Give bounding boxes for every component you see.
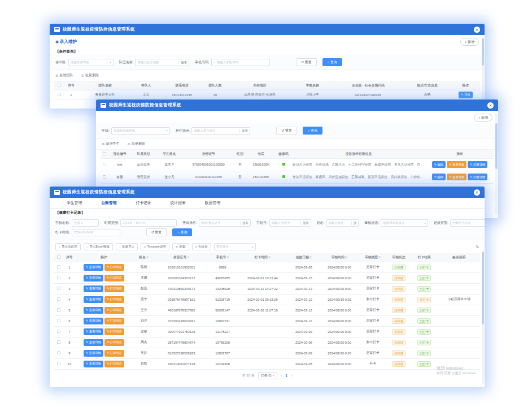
row-action-查看详情[interactable]: ✎ 查看详情 <box>84 318 103 324</box>
row-action-编辑[interactable]: ✎ 编辑 <box>432 174 446 180</box>
row-action-打印凭证[interactable]: ✎ 打印凭证 <box>104 264 124 271</box>
scrollbar-thumb[interactable] <box>482 252 484 324</box>
tab-数据管理[interactable]: 数据管理 <box>205 200 220 206</box>
checkbox[interactable] <box>103 152 106 155</box>
window2-titlebar[interactable]: 校园师生返校疫情防控信息管理系统 ✕ <box>96 99 498 111</box>
row-action-打印凭证[interactable]: ✎ 打印凭证 <box>104 318 124 324</box>
scrollbar-thumb[interactable] <box>482 38 484 66</box>
search-suffix-button[interactable]: 搜 <box>351 221 357 225</box>
filter-input[interactable]: 请输入居住地点搜索 <box>191 127 250 135</box>
sort-icon[interactable]: ⇅ <box>187 256 189 259</box>
row-action-打印凭证[interactable]: ✎ 打印凭证 <box>104 361 124 367</box>
row-action-查看档案[interactable]: ✎ 查看档案 <box>447 161 466 168</box>
filter-input[interactable]: 请输入手机号搜索 <box>269 219 311 227</box>
toolbar-button-导出Excel模板[interactable]: ↓导出Excel模板 <box>84 243 113 250</box>
toolbar-button-批量删除[interactable]: ⊖批量删除 <box>127 141 145 146</box>
toolbar-button-新增学生[interactable]: ⊕新增学生 <box>102 141 119 146</box>
checkbox[interactable] <box>57 330 60 333</box>
row-action-查看详情[interactable]: ✎ 查看详情 <box>84 285 103 292</box>
row-action-查看详情[interactable]: ✎ 查看详情 <box>84 264 103 271</box>
sort-icon[interactable]: ⇅ <box>146 256 149 259</box>
filter-select[interactable]: 全部打卡记录▾ <box>450 219 485 227</box>
filter-input[interactable]: 请输入队伍名称搜索 <box>135 59 189 66</box>
row-action-打印凭证[interactable]: ✎ 打印凭证 <box>104 339 124 346</box>
filter-select[interactable]: 请选择所属年级▾ <box>111 127 170 135</box>
checkbox[interactable] <box>57 265 60 269</box>
column-header-sortable[interactable]: 姓名⇅ <box>132 253 155 262</box>
filter-input[interactable]: ⌕请输入手机号码 <box>211 59 270 66</box>
sort-icon[interactable]: ⇅ <box>226 256 229 259</box>
checkbox[interactable] <box>58 84 61 87</box>
checkbox[interactable] <box>57 256 60 259</box>
add-button[interactable]: + 新增 <box>474 114 492 122</box>
row-action-编辑[interactable]: ✎ 编辑 <box>432 161 446 168</box>
reset-button[interactable]: ↺ 重置 <box>276 127 297 135</box>
toolbar-button-列设置[interactable]: ≡列设置 <box>192 243 211 250</box>
sort-icon[interactable]: ⇅ <box>309 256 312 259</box>
column-header-sortable[interactable]: 审核时间⇅ <box>320 253 359 262</box>
toolbar-button-刷新[interactable]: ↻刷新 <box>172 243 189 250</box>
page-size-select[interactable]: 10条/页▾ <box>258 372 277 379</box>
row-action-查看详情[interactable]: ✎ 查看详情 <box>84 275 103 282</box>
checkbox[interactable] <box>57 340 60 344</box>
tab-台账管理[interactable]: 台账管理 <box>101 200 116 206</box>
search-button[interactable]: ⌕ 查询 <box>322 58 342 66</box>
filter-input[interactable]: 2月2日 ~ 8月7日 <box>120 219 177 227</box>
page-number[interactable]: 1 <box>285 374 287 378</box>
row-action-查看详情[interactable]: ✎ 查看详情 <box>84 350 103 357</box>
checkbox[interactable] <box>103 163 106 166</box>
scrollbar[interactable] <box>482 37 484 105</box>
column-header-sortable[interactable]: 创建日期⇅ <box>287 253 320 262</box>
tab-统计报表[interactable]: 统计报表 <box>171 200 186 206</box>
toolbar-button-批量导入[interactable]: ↑批量导入 <box>116 243 138 250</box>
add-button[interactable]: + 新增 <box>460 38 479 46</box>
row-action-打印凭证[interactable]: ✎ 打印凭证 <box>104 285 124 292</box>
sort-icon[interactable]: ⇅ <box>378 256 381 259</box>
row-action-问卷详情[interactable]: ✎ 问卷详情 <box>468 174 487 180</box>
row-action-查看详情[interactable]: ✎ 查看详情 <box>84 339 103 346</box>
row-action-查看详情[interactable]: ✎ 查看详情 <box>84 296 103 303</box>
tab-学生管理[interactable]: 学生管理 <box>67 200 82 206</box>
reset-button[interactable]: ↺ 重置 <box>146 228 167 236</box>
search-suffix-button[interactable]: 搜索 <box>239 129 248 133</box>
checkbox[interactable] <box>58 93 61 96</box>
filter-select[interactable]: 请选择审核状态▾ <box>381 219 428 227</box>
close-icon[interactable]: ✕ <box>487 102 494 109</box>
search-button[interactable]: ⌕ 查询 <box>172 228 192 236</box>
bulk-action-select[interactable]: 更多操作▾ <box>214 243 256 250</box>
toolbar-button-导出当前页[interactable]: ↓导出当前页 <box>55 243 81 250</box>
column-header-sortable[interactable]: 审核类型⇅ <box>359 253 386 262</box>
filter-select[interactable]: 请选择省市区▾ <box>68 59 114 66</box>
window1-titlebar[interactable]: 校园师生返校疫情防控信息管理系统 ✕ <box>50 24 485 35</box>
search-suffix-button[interactable]: 搜索 <box>300 221 309 225</box>
reset-button[interactable]: ↺ 重置 <box>296 58 317 66</box>
scrollbar[interactable] <box>482 252 484 384</box>
tab-打卡记录[interactable]: 打卡记录 <box>136 200 151 206</box>
toolbar-button-批量删除[interactable]: ⊖批量删除 <box>81 73 98 78</box>
toolbar-button-新增团队[interactable]: ⊕新增团队 <box>55 73 73 78</box>
scrollbar-thumb[interactable] <box>495 123 498 169</box>
row-action-查看档案[interactable]: ✎ 查看档案 <box>447 174 466 180</box>
checkbox[interactable] <box>57 276 60 279</box>
toolbar-button-Template说明[interactable]: ≡Template说明 <box>141 243 169 250</box>
sort-order-icon[interactable]: ⇅ <box>476 245 479 249</box>
prev-page-button[interactable]: ‹ <box>281 374 282 378</box>
row-action-查看详情[interactable]: ✎ 查看详情 <box>84 361 103 367</box>
checkbox[interactable] <box>57 287 60 290</box>
checkbox[interactable] <box>57 319 60 322</box>
filter-input[interactable]: 已选 1 <box>72 219 99 227</box>
row-action-打印凭证[interactable]: ✎ 打印凭证 <box>104 275 124 282</box>
column-header-sortable[interactable]: 身份证号⇅ <box>155 253 207 262</box>
checkbox[interactable] <box>57 297 60 301</box>
row-action-打印凭证[interactable]: ✎ 打印凭证 <box>104 328 124 335</box>
close-icon[interactable]: ✕ <box>474 27 480 33</box>
sort-icon[interactable]: ⇅ <box>268 256 271 259</box>
row-action-查看详情[interactable]: ✎ 查看详情 <box>84 328 103 335</box>
search-button[interactable]: ⌕ 查询 <box>303 127 322 135</box>
checkbox[interactable] <box>57 308 60 311</box>
window3-titlebar[interactable]: 校园师生返校疫情防控信息管理系统 ✕ <box>50 187 485 198</box>
row-action-打印凭证[interactable]: ✎ 打印凭证 <box>104 296 124 303</box>
checkbox[interactable] <box>57 362 60 365</box>
row-action-查看详情[interactable]: ✎ 查看详情 <box>84 307 103 314</box>
row-action-打印凭证[interactable]: ✎ 打印凭证 <box>104 307 124 314</box>
